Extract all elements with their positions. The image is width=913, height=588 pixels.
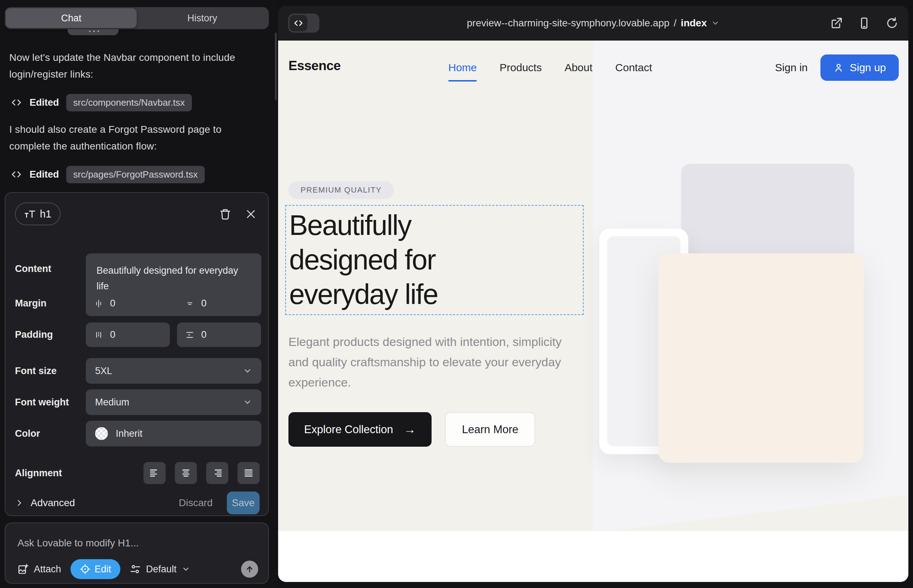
url-host: preview--charming-site-symphony.lovable.… <box>467 18 669 29</box>
learn-more-button[interactable]: Learn More <box>445 412 535 447</box>
chat-history-tabbar: Chat History <box>5 7 269 29</box>
edited-file-row: Edited src/components/Navbar.tsx <box>10 93 192 112</box>
chevron-down-icon <box>181 565 190 573</box>
assistant-message: I should also create a Forgot Password p… <box>9 121 261 155</box>
nav-link-about[interactable]: About <box>564 61 592 74</box>
edited-label: Edited <box>29 169 59 180</box>
chevron-right-icon <box>15 499 24 507</box>
edited-file-row: Edited src/pages/ForgotPassword.tsx <box>10 165 205 184</box>
align-center-button[interactable] <box>175 462 197 484</box>
model-default-button[interactable]: Default <box>130 564 190 575</box>
scrolled-chip-peek <box>68 29 118 35</box>
element-tag-chip[interactable]: h1 <box>15 202 60 225</box>
align-justify-icon <box>243 467 254 479</box>
alignment-label: Alignment <box>15 468 62 479</box>
tab-chat[interactable]: Chat <box>6 8 137 28</box>
chevron-down-icon <box>243 397 252 407</box>
refresh-icon[interactable] <box>885 17 898 29</box>
margin-x-input[interactable]: 0 <box>86 291 170 316</box>
align-justify-button[interactable] <box>238 462 260 484</box>
close-editor-button[interactable] <box>243 206 259 222</box>
chrome-actions <box>830 17 898 29</box>
align-right-icon <box>211 467 223 479</box>
mobile-preview-icon[interactable] <box>858 17 871 29</box>
font-weight-select[interactable]: Medium <box>86 389 261 415</box>
font-size-select[interactable]: 5XL <box>86 358 261 384</box>
file-pill[interactable]: src/components/Navbar.tsx <box>66 94 192 111</box>
composer-input[interactable]: Ask Lovable to modify H1... <box>18 538 139 549</box>
hero-paragraph[interactable]: Elegant products designed with intention… <box>288 332 580 393</box>
content-label: Content <box>15 263 51 275</box>
decor-card-cream <box>659 254 863 463</box>
selected-element-outline: Beautifully designed for everyday life <box>285 205 584 315</box>
element-tag-label: h1 <box>40 208 51 220</box>
url-separator: / <box>674 18 677 29</box>
preview-window: preview--charming-site-symphony.lovable.… <box>278 6 908 582</box>
margin-label: Margin <box>15 298 47 309</box>
color-label: Color <box>15 428 40 439</box>
chat-composer: Ask Lovable to modify H1... Attach Edit … <box>5 522 269 584</box>
chevron-down-icon <box>711 19 720 27</box>
code-icon <box>10 97 23 108</box>
margin-x-value: 0 <box>110 298 115 309</box>
sign-up-label: Sign up <box>850 61 886 74</box>
default-label: Default <box>146 564 176 575</box>
margin-y-input[interactable]: 0 <box>177 291 261 316</box>
sign-in-link[interactable]: Sign in <box>775 61 808 74</box>
font-size-value: 5XL <box>95 365 112 376</box>
margin-horizontal-icon <box>94 299 104 309</box>
hero-heading[interactable]: Beautifully designed for everyday life <box>289 208 438 312</box>
advanced-toggle[interactable]: Advanced <box>15 497 75 509</box>
editor-footer: Advanced Discard Save <box>15 491 260 515</box>
sidebar-scrollbar[interactable] <box>275 33 277 100</box>
tab-history[interactable]: History <box>137 8 268 28</box>
align-right-button[interactable] <box>206 462 228 484</box>
align-left-icon <box>149 467 160 479</box>
padding-x-input[interactable]: 0 <box>86 323 170 347</box>
file-pill[interactable]: src/pages/ForgotPassword.tsx <box>66 166 205 183</box>
attach-button[interactable]: Attach <box>18 564 61 575</box>
edit-mode-button[interactable]: Edit <box>71 559 121 579</box>
color-picker[interactable]: Inherit <box>86 421 261 446</box>
site-navbar: Essence Home Products About Contact Sign… <box>278 53 908 82</box>
assistant-message: Now let's update the Navbar component to… <box>9 49 261 82</box>
color-swatch <box>95 427 108 440</box>
save-button[interactable]: Save <box>227 491 260 514</box>
chevron-down-icon <box>243 366 252 375</box>
nav-link-contact[interactable]: Contact <box>615 61 652 74</box>
premium-quality-badge[interactable]: PREMIUM QUALITY <box>288 181 394 199</box>
element-editor-panel: h1 Content Beautifully designed for ever… <box>5 192 269 516</box>
code-view-toggle[interactable] <box>288 13 319 33</box>
close-icon <box>245 208 257 220</box>
delete-element-button[interactable] <box>217 206 233 222</box>
font-size-label: Font size <box>15 365 57 376</box>
site-logo[interactable]: Essence <box>288 58 341 73</box>
send-button[interactable] <box>241 561 258 578</box>
hero-cta-row: Explore Collection → Learn More <box>288 412 535 447</box>
color-value: Inherit <box>116 428 142 439</box>
align-center-icon <box>180 467 192 479</box>
padding-y-input[interactable]: 0 <box>177 323 261 347</box>
ellipsis-dots <box>93 31 95 32</box>
user-icon <box>833 62 844 73</box>
preview-url[interactable]: preview--charming-site-symphony.lovable.… <box>467 6 720 40</box>
open-external-icon[interactable] <box>830 17 843 29</box>
nav-link-products[interactable]: Products <box>500 61 542 74</box>
advanced-label: Advanced <box>31 497 75 509</box>
type-icon <box>24 208 36 220</box>
discard-button[interactable]: Discard <box>179 497 212 509</box>
sign-up-button[interactable]: Sign up <box>821 55 899 81</box>
explore-collection-button[interactable]: Explore Collection → <box>288 412 432 447</box>
font-weight-label: Font weight <box>15 397 69 408</box>
site-canvas: Essence Home Products About Contact Sign… <box>278 40 908 582</box>
code-icon <box>10 168 23 181</box>
nav-link-home[interactable]: Home <box>448 61 477 74</box>
padding-y-value: 0 <box>201 329 207 340</box>
margin-vertical-icon <box>185 299 195 309</box>
url-page: index <box>681 18 707 29</box>
editor-header: h1 <box>15 202 259 226</box>
align-left-button[interactable] <box>144 462 165 484</box>
arrow-right-icon: → <box>404 423 416 436</box>
attach-label: Attach <box>34 564 61 575</box>
app: Chat History Now let's update the Navbar… <box>0 0 913 588</box>
